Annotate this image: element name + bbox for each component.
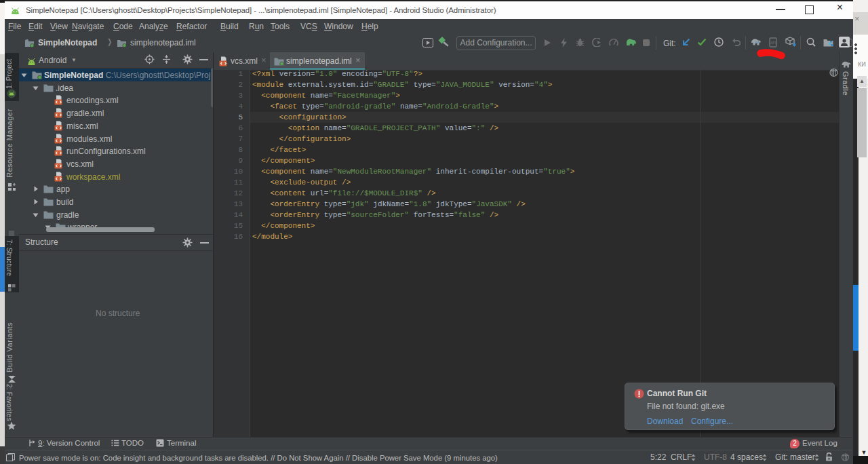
svg-text:API: API bbox=[770, 41, 776, 45]
